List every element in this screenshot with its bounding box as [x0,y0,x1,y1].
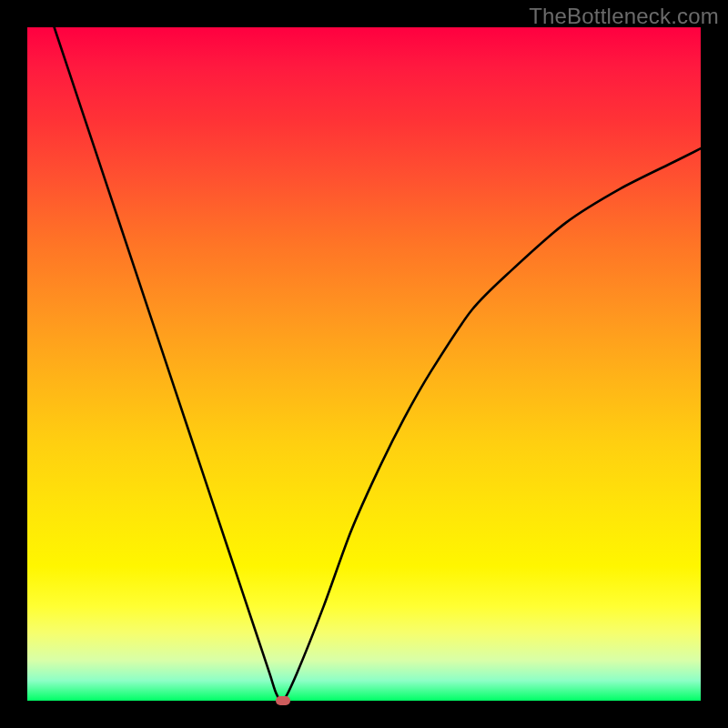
minimum-marker [276,696,290,705]
curve-svg [27,27,701,701]
chart-frame: TheBottleneck.com [0,0,728,728]
plot-area [27,27,701,701]
bottleneck-curve-line [55,27,701,702]
watermark-text: TheBottleneck.com [529,4,719,29]
